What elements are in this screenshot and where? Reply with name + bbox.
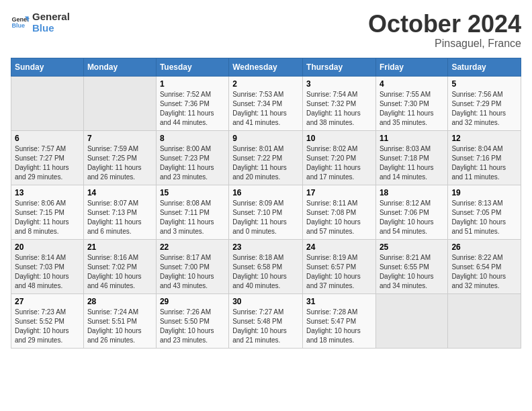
day-number: 11 xyxy=(380,134,444,143)
calendar-week-5: 27Sunrise: 7:23 AMSunset: 5:52 PMDayligh… xyxy=(11,293,521,348)
calendar-cell: 29Sunrise: 7:26 AMSunset: 5:50 PMDayligh… xyxy=(156,293,228,348)
day-info: Sunrise: 8:17 AMSunset: 7:00 PMDaylight:… xyxy=(160,253,225,291)
calendar-cell: 9Sunrise: 8:01 AMSunset: 7:22 PMDaylight… xyxy=(229,130,303,185)
day-number: 3 xyxy=(306,79,372,89)
day-info: Sunrise: 7:24 AMSunset: 5:51 PMDaylight:… xyxy=(87,308,152,345)
calendar-cell: 14Sunrise: 8:07 AMSunset: 7:13 PMDayligh… xyxy=(83,185,156,239)
logo-icon: General Blue xyxy=(11,13,30,32)
calendar-cell: 6Sunrise: 7:57 AMSunset: 7:27 PMDaylight… xyxy=(11,130,84,185)
location-subtitle: Pinsaguel, France xyxy=(368,38,521,50)
day-number: 27 xyxy=(15,297,80,306)
day-info: Sunrise: 7:26 AMSunset: 5:50 PMDaylight:… xyxy=(160,308,225,345)
calendar-cell xyxy=(448,293,521,348)
day-number: 10 xyxy=(306,134,372,143)
day-info: Sunrise: 7:53 AMSunset: 7:34 PMDaylight:… xyxy=(232,90,299,128)
day-info: Sunrise: 8:22 AMSunset: 6:54 PMDaylight:… xyxy=(451,253,517,291)
calendar-cell: 30Sunrise: 7:27 AMSunset: 5:48 PMDayligh… xyxy=(229,293,303,348)
day-number: 20 xyxy=(15,242,80,252)
day-info: Sunrise: 7:52 AMSunset: 7:36 PMDaylight:… xyxy=(160,90,225,128)
calendar-cell: 12Sunrise: 8:04 AMSunset: 7:16 PMDayligh… xyxy=(448,130,521,185)
calendar-cell: 1Sunrise: 7:52 AMSunset: 7:36 PMDaylight… xyxy=(156,76,228,130)
day-number: 17 xyxy=(306,188,372,197)
day-info: Sunrise: 8:01 AMSunset: 7:22 PMDaylight:… xyxy=(232,144,299,182)
day-number: 8 xyxy=(160,134,225,143)
calendar-cell: 2Sunrise: 7:53 AMSunset: 7:34 PMDaylight… xyxy=(229,76,303,130)
day-info: Sunrise: 8:13 AMSunset: 7:05 PMDaylight:… xyxy=(451,199,517,236)
day-info: Sunrise: 8:11 AMSunset: 7:08 PMDaylight:… xyxy=(306,199,372,236)
calendar-cell: 7Sunrise: 7:59 AMSunset: 7:25 PMDaylight… xyxy=(83,130,156,185)
day-number: 22 xyxy=(160,242,225,252)
calendar-cell: 4Sunrise: 7:55 AMSunset: 7:30 PMDaylight… xyxy=(375,76,447,130)
calendar-week-3: 13Sunrise: 8:06 AMSunset: 7:15 PMDayligh… xyxy=(11,185,521,239)
calendar-cell: 17Sunrise: 8:11 AMSunset: 7:08 PMDayligh… xyxy=(303,185,376,239)
calendar-cell: 23Sunrise: 8:18 AMSunset: 6:58 PMDayligh… xyxy=(229,239,303,293)
calendar-cell: 10Sunrise: 8:02 AMSunset: 7:20 PMDayligh… xyxy=(303,130,376,185)
day-number: 29 xyxy=(160,297,225,306)
day-number: 2 xyxy=(232,79,299,89)
day-number: 4 xyxy=(380,79,444,89)
day-number: 7 xyxy=(87,134,152,143)
day-info: Sunrise: 7:57 AMSunset: 7:27 PMDaylight:… xyxy=(15,144,80,182)
svg-text:Blue: Blue xyxy=(11,22,25,29)
calendar-cell: 3Sunrise: 7:54 AMSunset: 7:32 PMDaylight… xyxy=(303,76,376,130)
day-number: 30 xyxy=(232,297,299,306)
calendar-cell: 26Sunrise: 8:22 AMSunset: 6:54 PMDayligh… xyxy=(448,239,521,293)
logo-blue: Blue xyxy=(32,22,70,34)
calendar-cell: 8Sunrise: 8:00 AMSunset: 7:23 PMDaylight… xyxy=(156,130,228,185)
month-title: October 2024 xyxy=(368,11,521,38)
weekday-header-friday: Friday xyxy=(375,58,447,76)
day-number: 15 xyxy=(160,188,225,197)
day-info: Sunrise: 8:07 AMSunset: 7:13 PMDaylight:… xyxy=(87,199,152,236)
calendar-cell: 18Sunrise: 8:12 AMSunset: 7:06 PMDayligh… xyxy=(375,185,447,239)
logo: General Blue General Blue xyxy=(11,11,70,34)
day-number: 6 xyxy=(15,134,80,143)
calendar-cell xyxy=(375,293,447,348)
calendar-cell: 16Sunrise: 8:09 AMSunset: 7:10 PMDayligh… xyxy=(229,185,303,239)
day-info: Sunrise: 7:54 AMSunset: 7:32 PMDaylight:… xyxy=(306,90,372,128)
day-info: Sunrise: 7:56 AMSunset: 7:29 PMDaylight:… xyxy=(451,90,517,128)
calendar-table: SundayMondayTuesdayWednesdayThursdayFrid… xyxy=(11,58,521,349)
day-number: 18 xyxy=(380,188,444,197)
calendar-cell: 31Sunrise: 7:28 AMSunset: 5:47 PMDayligh… xyxy=(303,293,376,348)
title-block: October 2024 Pinsaguel, France xyxy=(368,11,521,50)
day-info: Sunrise: 8:12 AMSunset: 7:06 PMDaylight:… xyxy=(380,199,444,236)
calendar-week-2: 6Sunrise: 7:57 AMSunset: 7:27 PMDaylight… xyxy=(11,130,521,185)
calendar-cell: 13Sunrise: 8:06 AMSunset: 7:15 PMDayligh… xyxy=(11,185,84,239)
day-number: 28 xyxy=(87,297,152,306)
calendar-cell: 28Sunrise: 7:24 AMSunset: 5:51 PMDayligh… xyxy=(83,293,156,348)
calendar-cell: 24Sunrise: 8:19 AMSunset: 6:57 PMDayligh… xyxy=(303,239,376,293)
day-info: Sunrise: 7:59 AMSunset: 7:25 PMDaylight:… xyxy=(87,144,152,182)
day-number: 19 xyxy=(451,188,517,197)
logo-general: General xyxy=(32,11,70,22)
page-header: General Blue General Blue October 2024 P… xyxy=(11,11,521,50)
calendar-cell: 15Sunrise: 8:08 AMSunset: 7:11 PMDayligh… xyxy=(156,185,228,239)
day-number: 31 xyxy=(306,297,372,306)
weekday-header-monday: Monday xyxy=(83,58,156,76)
calendar-cell xyxy=(83,76,156,130)
weekday-header-tuesday: Tuesday xyxy=(156,58,228,76)
day-info: Sunrise: 8:00 AMSunset: 7:23 PMDaylight:… xyxy=(160,144,225,182)
weekday-header-thursday: Thursday xyxy=(303,58,376,76)
calendar-cell: 27Sunrise: 7:23 AMSunset: 5:52 PMDayligh… xyxy=(11,293,84,348)
day-number: 12 xyxy=(451,134,517,143)
day-number: 1 xyxy=(160,79,225,89)
day-info: Sunrise: 7:23 AMSunset: 5:52 PMDaylight:… xyxy=(15,308,80,345)
day-info: Sunrise: 8:09 AMSunset: 7:10 PMDaylight:… xyxy=(232,199,299,236)
day-number: 24 xyxy=(306,242,372,252)
day-number: 16 xyxy=(232,188,299,197)
calendar-cell: 5Sunrise: 7:56 AMSunset: 7:29 PMDaylight… xyxy=(448,76,521,130)
day-info: Sunrise: 8:14 AMSunset: 7:03 PMDaylight:… xyxy=(15,253,80,291)
day-number: 5 xyxy=(451,79,517,89)
day-number: 25 xyxy=(380,242,444,252)
day-number: 13 xyxy=(15,188,80,197)
day-info: Sunrise: 7:55 AMSunset: 7:30 PMDaylight:… xyxy=(380,90,444,128)
calendar-week-4: 20Sunrise: 8:14 AMSunset: 7:03 PMDayligh… xyxy=(11,239,521,293)
weekday-header-row: SundayMondayTuesdayWednesdayThursdayFrid… xyxy=(11,58,521,76)
day-info: Sunrise: 8:19 AMSunset: 6:57 PMDaylight:… xyxy=(306,253,372,291)
weekday-header-saturday: Saturday xyxy=(448,58,521,76)
day-number: 21 xyxy=(87,242,152,252)
calendar-cell: 20Sunrise: 8:14 AMSunset: 7:03 PMDayligh… xyxy=(11,239,84,293)
day-info: Sunrise: 8:21 AMSunset: 6:55 PMDaylight:… xyxy=(380,253,444,291)
day-info: Sunrise: 8:18 AMSunset: 6:58 PMDaylight:… xyxy=(232,253,299,291)
calendar-cell: 11Sunrise: 8:03 AMSunset: 7:18 PMDayligh… xyxy=(375,130,447,185)
